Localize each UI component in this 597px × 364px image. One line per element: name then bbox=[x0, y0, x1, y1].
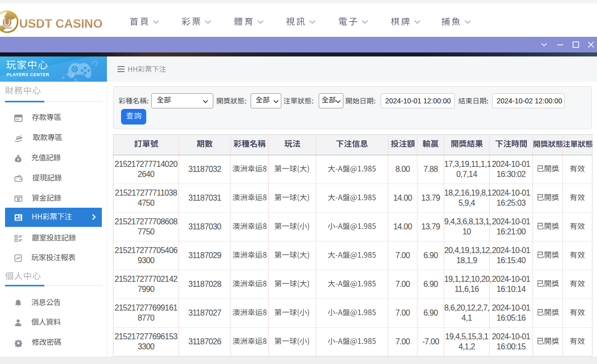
svg-text:CASINO: CASINO bbox=[2, 26, 12, 29]
